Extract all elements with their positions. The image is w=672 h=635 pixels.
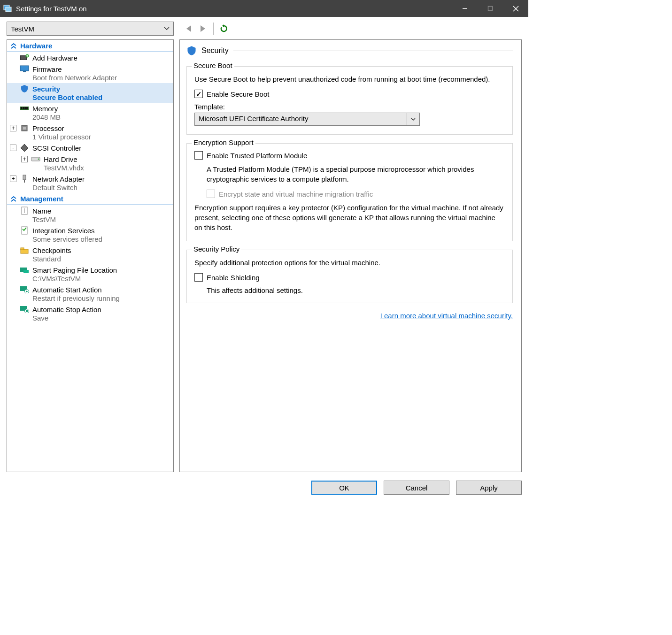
name-icon: [19, 207, 30, 215]
svg-rect-32: [21, 248, 24, 250]
sidebar-item-scsi[interactable]: - SCSI Controller: [7, 142, 173, 153]
sidebar-sub: C:\VMs\TestVM: [10, 275, 170, 283]
shield-icon: [19, 84, 30, 93]
legend: Secure Boot: [192, 61, 234, 69]
chevron-down-icon: [164, 27, 170, 31]
sidebar-item-integration[interactable]: Integration Services Some services offer…: [7, 225, 173, 245]
memory-icon: [19, 104, 30, 113]
svg-rect-3: [488, 7, 493, 11]
checkbox-label: Enable Secure Boot: [207, 90, 269, 98]
sidebar-item-processor[interactable]: + Processor 1 Virtual processor: [7, 122, 173, 142]
sidebar-item-network[interactable]: + Network Adapter Default Switch: [7, 173, 173, 193]
refresh-button[interactable]: [217, 22, 231, 35]
encrypt-traffic-checkbox: [207, 190, 215, 198]
svg-marker-6: [186, 25, 191, 32]
titlebar: Settings for TestVM on: [0, 0, 528, 17]
svg-rect-18: [23, 107, 24, 109]
enable-tpm-checkbox[interactable]: [194, 151, 203, 160]
shield-icon: [186, 46, 197, 56]
sidebar-sub: 1 Virtual processor: [10, 133, 170, 141]
nav-back-button[interactable]: [182, 22, 195, 35]
svg-marker-7: [201, 25, 205, 32]
harddrive-icon: [31, 155, 41, 163]
network-icon: [19, 175, 30, 183]
ok-button[interactable]: OK: [311, 481, 377, 495]
app-icon: [3, 4, 12, 13]
svg-marker-23: [21, 144, 28, 152]
svg-rect-22: [23, 127, 26, 130]
expand-icon[interactable]: +: [10, 176, 16, 182]
sidebar-item-security[interactable]: Security Secure Boot enabled: [7, 83, 173, 103]
expand-icon[interactable]: +: [21, 156, 28, 162]
sidebar-sub: Restart if previously running: [10, 294, 170, 302]
nav-forward-button[interactable]: [196, 22, 209, 35]
encryption-note: Encryption support requires a key protec…: [194, 203, 505, 232]
collapse-icon[interactable]: -: [10, 145, 16, 151]
secure-boot-group: Secure Boot Use Secure Boot to help prev…: [186, 66, 513, 135]
sidebar-sub: Secure Boot enabled: [10, 93, 170, 101]
svg-marker-8: [222, 24, 224, 27]
chevron-down-icon: [407, 113, 419, 125]
legend: Encryption Support: [192, 138, 255, 146]
svg-rect-34: [23, 270, 29, 273]
svg-rect-14: [20, 66, 29, 71]
encryption-group: Encryption Support Enable Trusted Platfo…: [186, 143, 513, 241]
autostart-icon: [19, 285, 30, 294]
divider: [233, 51, 513, 51]
sidebar-item-autostart[interactable]: Automatic Start Action Restart if previo…: [7, 284, 173, 304]
learn-more-link[interactable]: Learn more about virtual machine securit…: [186, 312, 513, 320]
page-title: Security: [201, 46, 229, 55]
window-title: Settings for TestVM on: [16, 5, 452, 13]
svg-rect-15: [23, 71, 26, 72]
checkbox-label: Encrypt state and virtual machine migrat…: [219, 190, 373, 198]
close-button[interactable]: [503, 0, 528, 17]
template-value: Microsoft UEFI Certificate Authority: [195, 113, 407, 125]
collapse-icon: [11, 196, 16, 202]
checkbox-label: Enable Shielding: [207, 274, 260, 282]
sidebar-sub: Default Switch: [10, 184, 170, 191]
template-label: Template:: [194, 103, 505, 111]
checkbox-label: Enable Trusted Platform Module: [207, 152, 307, 160]
sidebar-item-autostop[interactable]: Automatic Stop Action Save: [7, 304, 173, 323]
svg-rect-19: [24, 107, 26, 109]
svg-point-25: [38, 159, 39, 160]
apply-button[interactable]: Apply: [456, 481, 522, 495]
separator: [213, 23, 214, 35]
collapse-icon: [11, 43, 16, 49]
dialog-buttons: OK Cancel Apply: [0, 477, 528, 501]
shielding-note: This affects additional settings.: [207, 286, 505, 294]
sidebar-item-harddrive[interactable]: + Hard Drive TestVM.vhdx: [7, 153, 173, 173]
svg-rect-20: [26, 107, 28, 109]
minimize-button[interactable]: [452, 0, 478, 17]
controller-icon: [19, 144, 30, 152]
enable-secure-boot-checkbox[interactable]: [194, 90, 203, 98]
sidebar-item-add-hardware[interactable]: Add Hardware: [7, 52, 173, 63]
section-hardware[interactable]: Hardware: [7, 40, 173, 52]
checkpoints-icon: [19, 246, 30, 254]
template-combobox[interactable]: Microsoft UEFI Certificate Authority: [194, 113, 420, 126]
svg-rect-26: [23, 175, 26, 180]
sidebar-sub: Standard: [10, 255, 170, 263]
sidebar-item-memory[interactable]: Memory 2048 MB: [7, 103, 173, 122]
tpm-desc: A Trusted Platform Module (TPM) is a spe…: [207, 164, 505, 184]
cancel-button[interactable]: Cancel: [384, 481, 449, 495]
sidebar-item-checkpoints[interactable]: Checkpoints Standard: [7, 245, 173, 264]
autostop-icon: [19, 305, 30, 314]
sidebar-item-name[interactable]: Name TestVM: [7, 205, 173, 225]
monitor-icon: [19, 65, 30, 73]
sidebar-sub: Boot from Network Adapter: [10, 74, 170, 82]
legend: Security Policy: [192, 245, 241, 253]
expand-icon[interactable]: +: [10, 125, 16, 131]
vm-selector[interactable]: TestVM: [7, 22, 174, 36]
section-management[interactable]: Management: [7, 193, 173, 205]
smartpaging-icon: [19, 266, 30, 274]
sidebar-item-smartpaging[interactable]: Smart Paging File Location C:\VMs\TestVM: [7, 264, 173, 284]
sidebar-sub: Some services offered: [10, 235, 170, 243]
enable-shielding-checkbox[interactable]: [194, 273, 203, 282]
maximize-button[interactable]: [478, 0, 503, 17]
sidebar-sub: TestVM: [10, 215, 170, 223]
svg-rect-17: [21, 107, 22, 109]
security-policy-group: Security Policy Specify additional prote…: [186, 250, 513, 303]
sidebar-item-firmware[interactable]: Firmware Boot from Network Adapter: [7, 63, 173, 83]
sidebar-sub: 2048 MB: [10, 113, 170, 121]
